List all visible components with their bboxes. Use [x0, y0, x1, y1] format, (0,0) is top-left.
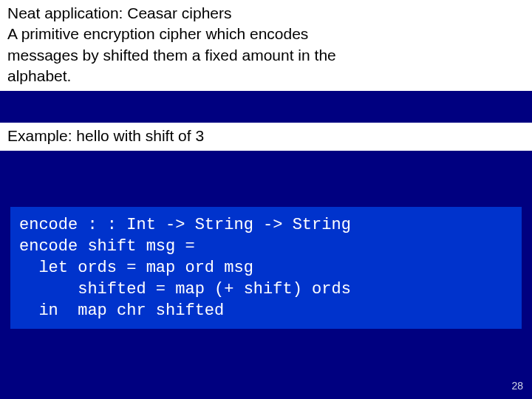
example-text: Example: hello with shift of 3 [0, 123, 532, 151]
code-line-2: encode shift msg = [19, 237, 195, 256]
intro-line-1: Neat application: Ceasar ciphers [7, 4, 232, 21]
example-line: Example: hello with shift of 3 [7, 127, 204, 144]
code-line-1: encode : : Int -> String -> String [19, 216, 351, 234]
intro-line-4: alphabet. [7, 67, 71, 84]
code-line-5: in map chr shifted [19, 301, 224, 320]
intro-line-3: messages by shifted them a fixed amount … [7, 47, 336, 64]
code-line-4: shifted = map (+ shift) ords [19, 280, 351, 299]
intro-line-2: A primitive encryption cipher which enco… [7, 25, 308, 42]
intro-text: Neat application: Ceasar ciphers A primi… [0, 0, 532, 91]
code-block: encode : : Int -> String -> String encod… [10, 207, 522, 329]
code-line-3: let ords = map ord msg [19, 259, 253, 277]
page-number: 28 [511, 380, 523, 392]
